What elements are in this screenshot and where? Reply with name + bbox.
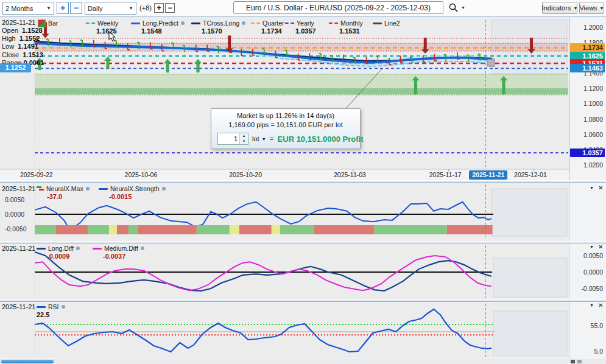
symbol-title-box[interactable]: Euro / U.S. Dollar - EUR/USD (2025-09-22…	[233, 1, 443, 14]
range-zoom-out-button[interactable]: −	[70, 2, 82, 14]
legend-label: TCross.Long	[203, 19, 239, 27]
horizontal-scrollbar[interactable]	[0, 359, 606, 364]
interval-select[interactable]: Daily ▼	[85, 2, 136, 15]
legend-item-rsi[interactable]: RSI 22.5	[37, 303, 65, 318]
scrollbar-thumb[interactable]	[1, 360, 54, 363]
bar-series-icon	[38, 19, 46, 27]
long-predict-line-icon	[131, 23, 140, 24]
legend-item-bar[interactable]: Bar	[38, 19, 58, 27]
price-axis-tick: 1.1000	[571, 100, 603, 107]
panel-collapse-icon[interactable]: ▼	[590, 303, 594, 307]
legend-label: Monthly	[340, 19, 363, 27]
indicator-axis-tick: 0.0050	[571, 252, 603, 259]
bars-plus-button[interactable]: +	[154, 3, 164, 13]
level-drag-handle	[487, 59, 495, 66]
legend-item-long-predict[interactable]: Long.Predict 1.1548	[131, 19, 185, 35]
legend-value: 1.1548	[141, 27, 185, 35]
price-level-badge: 1.0357	[570, 149, 605, 157]
chevron-down-icon: ▼	[129, 5, 133, 11]
equals-sign: =	[270, 135, 274, 143]
info-dot-icon[interactable]	[162, 187, 166, 191]
date-axis-label: 2025-11-17	[429, 171, 462, 178]
price-axis-tick: 1.0600	[571, 131, 603, 138]
legend-label: Bar	[48, 19, 58, 27]
search-button[interactable]	[448, 2, 459, 14]
lots-up-icon[interactable]: ▲	[240, 133, 248, 139]
date-axis-label: 2025-09-22	[20, 171, 53, 178]
legend-value: 1.1734	[261, 27, 284, 35]
legend-value: 1.1531	[339, 27, 363, 35]
legend-value: -0.0009	[47, 253, 80, 260]
legend-item-quarter[interactable]: Quarter 1.1734	[251, 19, 284, 35]
lot-unit-label: lot	[252, 135, 259, 142]
legend-item-line2[interactable]: Line2	[373, 19, 400, 27]
legend-label: Long.Diff	[48, 245, 74, 252]
ohlc-readout: Open 1.1528 High 1.1552 Low 1.1491 Close…	[2, 27, 44, 67]
quarter-line-icon	[251, 23, 260, 24]
indicator-axis-tick: 0.0000	[5, 211, 24, 218]
legend-item-long-diff[interactable]: Long.Diff -0.0009	[37, 245, 80, 260]
info-dot-icon[interactable]	[141, 247, 144, 250]
panel3-date-stamp: 2025-11-21	[2, 245, 35, 252]
info-dot-icon[interactable]	[86, 187, 90, 191]
lots-input[interactable]	[218, 133, 239, 144]
panel-close-icon[interactable]: ✕	[598, 302, 603, 309]
range-select[interactable]: 2 Months ▼	[2, 2, 54, 15]
price-axis-tick: 1.0200	[571, 161, 603, 169]
tooltip-line1: Market is up 11.26% in 14 day(s)	[211, 112, 360, 119]
legend-value: -37.0	[47, 193, 90, 200]
date-axis-label: 2025-10-06	[125, 171, 158, 178]
rsi-line-icon	[37, 306, 46, 308]
indicator-axis-tick: -0.0050	[5, 225, 27, 233]
info-dot-icon[interactable]	[181, 21, 185, 25]
info-dot-icon[interactable]	[242, 21, 245, 25]
price-level-badge: 1.1463	[570, 64, 605, 72]
tcross-long-line-icon	[191, 23, 200, 24]
info-dot-icon[interactable]	[76, 247, 80, 250]
price-axis-tick: 1.0800	[571, 116, 603, 123]
legend-item-medium-diff[interactable]: Medium.Diff -0.0037	[93, 245, 144, 260]
legend-item-neuralx-strength[interactable]: NeuralX.Strength -0.0015	[99, 185, 166, 200]
legend-item-monthly[interactable]: Monthly 1.1531	[329, 19, 363, 35]
views-button[interactable]: Views ▼	[579, 2, 604, 14]
scrollbar-right-icon[interactable]	[577, 360, 582, 363]
neuralx-strength-line-icon	[99, 188, 108, 190]
indicator-axis-tick: -0.0050	[571, 285, 603, 292]
chart-graphics	[0, 0, 606, 364]
crosshair-price-badge: 1.1252	[0, 63, 31, 72]
chevron-down-icon: ▼	[46, 5, 51, 11]
profit-value: EUR 10,151.0000 Profit	[278, 135, 364, 144]
legend-label: RSI	[48, 303, 59, 310]
panel4-controls: ▼ ✕	[590, 302, 603, 309]
chevron-down-icon: ▼	[262, 137, 266, 141]
top-toolbar: 2 Months ▼ + − Daily ▼ (+8) + − Euro / U…	[0, 0, 606, 17]
lots-stepper[interactable]: ▲▼	[217, 133, 248, 145]
range-zoom-in-button[interactable]: +	[57, 2, 69, 14]
info-dot-icon[interactable]	[62, 305, 65, 309]
legend-value: 1.0357	[295, 27, 316, 35]
search-caret[interactable]: ▼	[461, 5, 465, 10]
legend-item-weekly[interactable]: Weekly 1.1625	[86, 19, 118, 35]
chart-application: 2 Months ▼ + − Daily ▼ (+8) + − Euro / U…	[0, 0, 606, 364]
legend-item-tcross-long[interactable]: TCross.Long 1.1570	[191, 19, 245, 35]
panel-collapse-icon[interactable]: ▼	[590, 245, 594, 249]
panel-close-icon[interactable]: ✕	[598, 243, 603, 250]
legend-label: Long.Predict	[143, 19, 178, 27]
interval-select-value: Daily	[88, 5, 102, 12]
panel-collapse-icon[interactable]: ▼	[590, 186, 594, 190]
legend-item-yearly[interactable]: Yearly 1.0357	[285, 19, 316, 35]
date-axis-label: 2025-10-20	[229, 171, 262, 178]
bars-minus-button[interactable]: −	[165, 3, 175, 13]
profit-tooltip: Market is up 11.26% in 14 day(s) 1,169.0…	[211, 108, 361, 149]
date-axis-label: 2025-12-01	[514, 171, 547, 178]
scrollbar-left-icon[interactable]	[571, 360, 575, 363]
indicators-button[interactable]: Indicators ▼	[542, 2, 577, 14]
date-axis-label: 2025-11-03	[334, 171, 366, 178]
panel-close-icon[interactable]: ✕	[598, 184, 603, 191]
lots-down-icon[interactable]: ▼	[240, 139, 248, 144]
date-axis-label: 2025-11-21	[469, 170, 507, 180]
legend-label: Medium.Diff	[104, 245, 138, 252]
legend-item-neuralx-max[interactable]: NeuralX.Max -37.0	[37, 185, 90, 200]
medium-diff-line-icon	[93, 248, 102, 250]
lot-unit-select[interactable]: lot ▼	[252, 135, 266, 142]
